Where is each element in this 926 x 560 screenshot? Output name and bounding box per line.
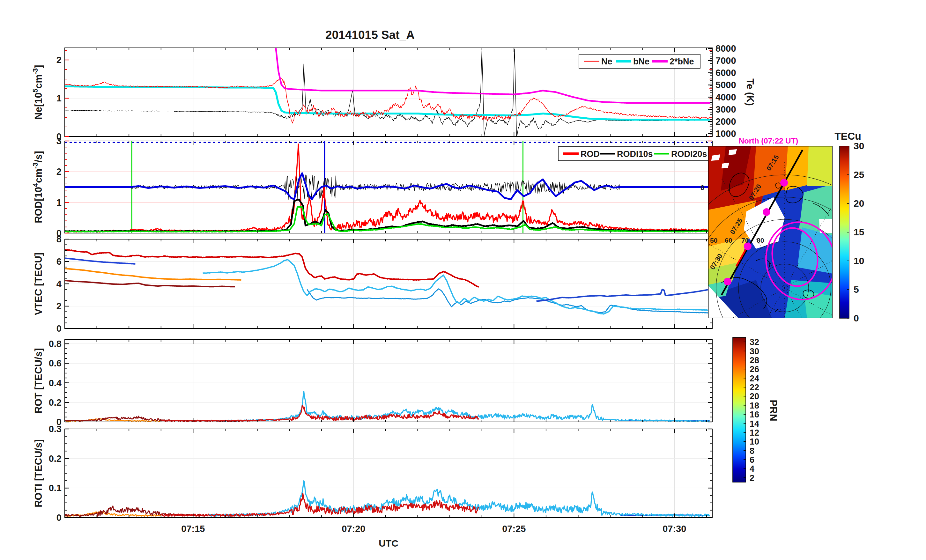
colorbar-tick-label: 2 [750, 473, 754, 483]
track-time-dot [763, 208, 770, 216]
prn-colorbar: 2468101214161820222426283032 [733, 338, 759, 483]
te-tick: 2000 [716, 117, 736, 127]
colorbar-tick-label: 10 [853, 256, 864, 266]
series-PRN-orange [65, 268, 241, 280]
x-tick-label: 07:15 [181, 524, 205, 534]
legend-label: Ne [601, 57, 613, 66]
latitude-label: 50 [710, 237, 717, 244]
series-2*bNe [65, 36, 710, 103]
colorbar-tick-label: 10 [750, 437, 759, 446]
figure-root: 01210002000300040005000600070008000Te (K… [0, 0, 926, 560]
tecu-colorbar-title: TECu [834, 130, 861, 142]
chart-canvas: 01210002000300040005000600070008000Te (K… [0, 0, 926, 560]
te-tick: 3000 [716, 104, 736, 115]
colorbar-tick-label: 25 [853, 170, 864, 180]
legend-label: ROD [581, 149, 600, 159]
panel-ne-te-ytick: 2 [56, 55, 62, 65]
panel-roti-ytick: 0.1 [49, 483, 62, 493]
panel-rod-ytick: 2 [56, 166, 62, 177]
tecu-colorbar: 051015202530 [840, 141, 864, 323]
figure-title: 20141015 Sat_A [325, 29, 415, 41]
generated-plot-layers: 01210002000300040005000600070008000Te (K… [31, 36, 912, 534]
colorbar-tick-label: 20 [853, 198, 864, 209]
colorbar-tick-label: 26 [750, 365, 759, 374]
x-tick-label: 07:25 [502, 524, 526, 534]
colorbar-tick-label: 24 [750, 374, 759, 383]
panel-roti-ytick: 0.2 [49, 454, 62, 464]
colorbar-tick-label: 30 [853, 141, 864, 151]
latitude-label: 80 [757, 237, 764, 244]
x-axis-label: UTC [378, 538, 398, 548]
panel-rot [65, 340, 712, 422]
series-PRN-red [65, 250, 479, 288]
te-tick: 1000 [716, 129, 736, 139]
colorbar-tick-label: 6 [750, 455, 754, 465]
map-longitude-label: 0 [701, 184, 704, 192]
te-axis-label: Te (K) [744, 79, 756, 106]
latitude-label: 70 [741, 237, 749, 244]
legend-label: RODI10s [617, 149, 653, 159]
series-ROTI-cyan [209, 481, 710, 517]
x-tick-label: 07:30 [663, 524, 686, 534]
series-PRN-medblue [307, 289, 710, 313]
legend-label: RODI20s [671, 149, 707, 159]
colorbar-tick-label: 28 [750, 356, 759, 365]
panel-vtec-ytick: 0 [56, 323, 62, 334]
map-title: North (07:22 UT) [739, 136, 798, 145]
panel-rot-ytick: 0.2 [49, 397, 62, 407]
legend-label: bNe [633, 57, 649, 66]
track-time-dot [724, 278, 731, 285]
panel-vtec [65, 239, 712, 328]
panel-vtec-ytick: 2 [56, 301, 62, 311]
track-time-dot [780, 179, 788, 186]
panel-ne-te-legend: NebNe2*bNe [579, 54, 700, 68]
colorbar-tick-label: 15 [853, 227, 864, 237]
colorbar-tick-label: 5 [853, 284, 859, 295]
colorbar-tick-label: 20 [750, 392, 759, 401]
te-tick: 4000 [716, 92, 736, 102]
colorbar-tick-label: 0 [853, 313, 859, 323]
colorbar-tick-label: 12 [750, 428, 759, 437]
colorbar-tick-label: 22 [750, 383, 759, 392]
panel-roti-ytick: 0 [56, 513, 62, 523]
colorbar-tick-label: 18 [750, 401, 759, 410]
panel-rot-ytick: 0.8 [49, 339, 62, 349]
colorbar-tick-label: 30 [750, 347, 759, 356]
te-tick: 5000 [716, 80, 736, 90]
panel-rot-ytick: 0.4 [49, 378, 62, 388]
legend-label: 2*bNe [670, 57, 694, 66]
panel-rot-ytick: 0.6 [49, 358, 62, 368]
panel-vtec-ylabel: VTEC [TECU] [33, 253, 44, 315]
panel-rod-ytick: 1 [56, 197, 62, 207]
panel-vtec-ytick: 6 [56, 256, 62, 266]
panel-rot-ylabel: ROT [TECU/s] [33, 348, 44, 414]
series-PRN-blue [65, 258, 135, 264]
series-PRN-darkblue [537, 289, 710, 301]
panel-ne-te-ytick: 1 [56, 93, 62, 103]
panel-ne-te [65, 36, 712, 136]
panel-ne-te-ylabel: Ne[105cm-3] [31, 65, 44, 119]
series-RODI-bg [65, 173, 710, 199]
colorbar-tick-label: 32 [750, 338, 759, 347]
panel-vtec-ytick: 4 [56, 279, 62, 289]
colorbar-tick-label: 16 [750, 410, 759, 419]
prn-colorbar-title: PRN [768, 400, 779, 421]
x-tick-label: 07:20 [342, 524, 365, 534]
series-PRN-cyan [203, 260, 710, 314]
colorbar-tick-label: 14 [750, 419, 759, 428]
latitude-label: 60 [725, 237, 732, 244]
te-tick: 6000 [716, 68, 736, 78]
panel-rod-ytick: 3 [56, 136, 62, 146]
panel-rod-ylabel: ROD[104cm-3/s] [31, 151, 44, 223]
colorbar-tick-label: 4 [750, 464, 754, 474]
te-tick: 7000 [716, 56, 736, 66]
te-tick: 8000 [716, 43, 736, 54]
colorbar-tick-label: 8 [750, 446, 754, 456]
panel-roti [65, 429, 712, 518]
panel-roti-ylabel: ROTI [TECU/s] [33, 439, 44, 507]
panel-vtec-ytick: 8 [56, 234, 62, 244]
panel-rod-legend: RODRODI10sRODI20s [558, 147, 708, 161]
panel-roti-ytick: 0.3 [49, 424, 62, 434]
